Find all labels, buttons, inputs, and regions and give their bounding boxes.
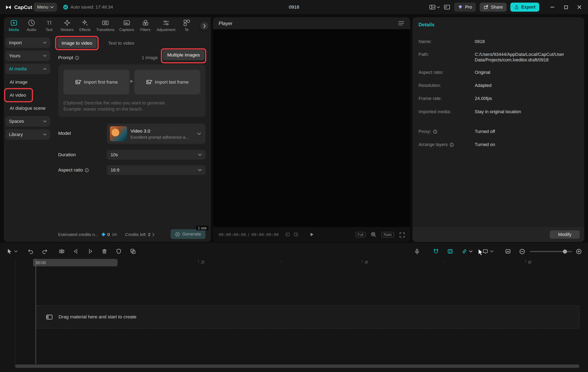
sidebar-item-yours[interactable]: Yours [5,50,50,61]
ratio-button[interactable]: Ratio [381,232,394,237]
tab-label: Filters [140,28,150,32]
tab-transitions[interactable]: Transitions [96,19,114,35]
next-frame-icon[interactable] [294,232,298,237]
prompt-placeholder-line1: (Optional) Describe the video you want t… [63,100,166,106]
zoom-in-button[interactable] [576,248,582,254]
tab-captions[interactable]: Captions [119,19,134,35]
capcut-app: CapCut Menu Auto saved: 17:46:34 0918 [0,0,588,372]
pro-badge[interactable]: Pro [454,3,476,12]
prompt-input-area[interactable]: Import first frame Import last frame (Op… [58,64,206,117]
use-count-badge: 1 use [196,226,209,231]
timecode-total: 00:00:00:00 [251,232,279,237]
zoom-out-button[interactable] [519,248,525,254]
ruler-tick [199,260,199,263]
text-to-video-tab[interactable]: Text to video [104,38,139,48]
annotation-ai-video [4,88,33,102]
prompt-label: Prompt [58,52,79,63]
aspect-ratio-dropdown[interactable]: 16:9 [107,165,205,175]
player-viewport[interactable] [213,29,410,227]
capcut-logo: CapCut [5,4,32,10]
share-button[interactable]: Share [480,3,506,12]
timeline-scrollbar[interactable] [15,364,579,368]
full-quality-button[interactable]: Full [355,232,366,237]
link-clips-button[interactable] [461,248,468,254]
delete-left-button[interactable] [73,248,79,254]
redo-button[interactable] [42,248,48,254]
chevron-down-icon [198,169,202,171]
tab-media[interactable]: Media [8,19,20,35]
timeline-drop-area[interactable]: Drag material here and start to create [35,305,579,329]
timeline-zoom-slider[interactable] [530,251,572,252]
import-last-frame-button[interactable]: Import last frame [134,70,200,94]
magnetic-snap-button[interactable] [433,248,439,254]
player-controls: 00:00:00:00 / 00:00:00:00 Full Ratio [213,227,410,242]
tab-effects[interactable]: Effects [79,19,91,35]
tab-stickers[interactable]: Stickers [60,19,74,35]
menu-button[interactable]: Menu [34,3,57,12]
split-button[interactable] [59,248,65,254]
minimize-button[interactable] [547,2,557,12]
duration-dropdown[interactable]: 10s [107,150,205,160]
close-button[interactable] [575,2,584,12]
chevron-right-icon[interactable] [152,233,155,236]
sidebar-item-library[interactable]: Library [5,129,50,140]
credits-left-value: 2 [148,232,150,237]
zoom-slider-handle[interactable] [563,249,567,253]
sidebar-item-ai-image[interactable]: AI image [10,79,28,85]
generate-button[interactable]: Generate [171,229,206,239]
detail-value-frame-rate: 24.00fps [475,96,580,101]
auto-snapping-button[interactable] [447,248,453,254]
chevron-down-icon [43,55,47,57]
autosave-text: Auto saved: 17:46:34 [70,4,113,10]
sidebar-item-ai-dialogue-scene[interactable]: AI dialogue scene [10,106,45,111]
duration-label: Duration [58,150,76,160]
adjust-layout-icon [444,4,450,10]
select-tool-chevron[interactable] [14,250,18,252]
player-menu-icon[interactable] [398,21,404,26]
import-first-frame-button[interactable]: Import first frame [63,70,129,94]
panel-layout-button[interactable] [429,4,440,10]
timeline-ruler[interactable]: 00:00 2f 4f 6f [0,258,588,267]
mask-icon[interactable] [116,248,122,254]
track-options-chevron[interactable] [490,250,494,252]
info-icon [450,142,454,147]
maximize-button[interactable] [561,2,571,12]
modify-label: Modify [558,232,571,237]
record-voiceover-button[interactable] [414,248,420,254]
sidebar-item-ai-media[interactable]: AI media [5,64,50,74]
export-button[interactable]: Export [510,3,539,12]
zoom-fit-icon[interactable] [370,231,376,237]
delete-button[interactable] [101,248,108,254]
tab-label: Effects [79,28,91,32]
tab-audio[interactable]: Audio [25,19,38,35]
share-icon [483,4,489,10]
undo-button[interactable] [27,248,34,254]
play-button[interactable] [309,232,314,237]
tab-scroll-button[interactable] [200,22,209,30]
prev-frame-icon[interactable] [285,232,290,237]
overlay-crop-icon[interactable] [130,248,136,254]
sidebar-item-spaces[interactable]: Spaces [5,116,50,126]
playhead[interactable] [35,259,36,364]
ruler-start-segment: 00:00 [33,259,117,266]
import-first-frame-label: Import first frame [84,79,118,85]
delete-right-button[interactable] [87,248,93,254]
ruler-tick-label: 6f [528,260,531,264]
select-tool-button[interactable] [7,248,13,254]
adjust-layout-button[interactable] [444,4,450,10]
one-image-button[interactable]: 1 image [142,52,158,63]
autosave-status: Auto saved: 17:46:34 [63,4,113,10]
tab-adjustment[interactable]: Adjustment [157,19,175,35]
image-add-icon [75,79,81,85]
modify-button[interactable]: Modify [550,231,580,239]
model-description: Excellent prompt adherence a... [130,135,189,139]
fullscreen-icon[interactable] [399,232,405,237]
cover-icon[interactable] [505,248,511,254]
media-icon [10,19,18,27]
tab-filters[interactable]: Filters [139,19,152,35]
model-dropdown[interactable]: Video 3.0 Excellent prompt adherence a..… [107,124,205,144]
link-clips-chevron[interactable] [469,250,473,252]
sidebar-item-import[interactable]: Import [5,38,50,48]
prompt-placeholder-line2: Example: waves crashing on the beach. [63,106,143,112]
tab-text[interactable]: TI Text [43,19,55,35]
